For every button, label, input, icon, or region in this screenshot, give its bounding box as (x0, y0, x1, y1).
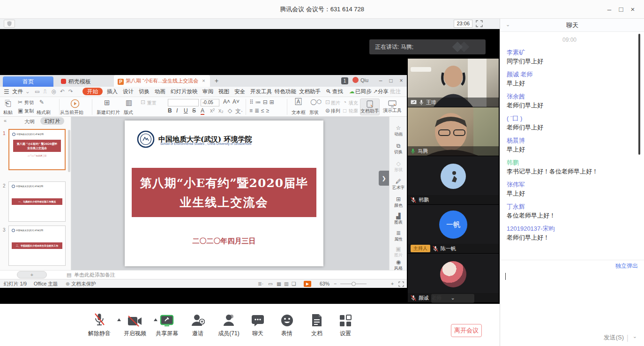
wps-tab-document[interactable]: P第八期 “小E有...业生线上交流会× (114, 75, 210, 87)
send-options-caret[interactable]: ⌄ (633, 333, 637, 339)
popout-chat-link[interactable]: 独立弹出 (615, 262, 638, 270)
panel-wordart[interactable]: 🖉艺术字 (389, 179, 407, 191)
slide-thumbnail-3[interactable]: 中国地质大学(武汉) 环境学院 二、学院副院长介绍本科生毕业相关工作 (8, 226, 66, 266)
new-slide-label[interactable]: 新建幻灯片 (97, 109, 120, 116)
preview-icon[interactable]: ◎ (52, 87, 56, 97)
minimize-button[interactable]: – (604, 0, 615, 19)
chat-message-list[interactable]: 09:00 李素矿同学们早上好 颜诚 老师早上好 张余茜老师们早上好 ( ¨囗 … (500, 32, 639, 261)
wps-tab-home[interactable]: 首页 (3, 76, 53, 87)
tab-close-icon[interactable]: × (202, 78, 205, 83)
sender-name[interactable]: 丁永辉 (507, 202, 632, 211)
panel-animation[interactable]: ☆动画 (389, 125, 407, 137)
slide-thumbnail-1[interactable]: 中国地质大学(武汉) 环境学院 第八期 “小E有约” 暨2020届毕 业生线上交… (8, 129, 66, 170)
new-slide-icon[interactable]: ⊞ (104, 98, 110, 107)
video-tile-chenyifan[interactable]: 一帆 主持人 陈一帆 (408, 205, 499, 253)
reactions-button[interactable]: 表情 (272, 311, 302, 338)
video-tile-mateng[interactable]: 马腾 (408, 107, 499, 156)
new-tab-button[interactable]: + (215, 77, 218, 84)
textbox-icon[interactable]: 🄰 (295, 98, 301, 105)
sender-name[interactable]: 颜诚 老师 (507, 70, 632, 79)
current-slide[interactable]: 中国地质大学(武汉) 环境学院 School of Environmental … (125, 120, 323, 266)
play-from-current-label[interactable]: 从当前开始 (60, 109, 83, 116)
panel-properties[interactable]: ≣属性 (389, 230, 407, 242)
chat-scrollbar[interactable] (638, 34, 640, 155)
copy-icon[interactable]: ▣ (18, 107, 23, 114)
start-video-button[interactable]: 开启视频 (120, 311, 150, 338)
strike-button[interactable]: S (192, 107, 196, 114)
fit-screen-icon[interactable] (398, 281, 404, 287)
hamburger-icon[interactable]: ☰ (4, 87, 9, 97)
unmute-button[interactable]: 解除静音 (84, 311, 114, 338)
sidebar-collapse-icon[interactable]: « (4, 118, 7, 123)
protect-label[interactable]: 文档未保护 (71, 279, 96, 288)
sender-name[interactable]: 杨晨博 (507, 136, 632, 145)
menu-tab-animation[interactable]: 动画 (155, 87, 165, 97)
superscript-icon[interactable]: x² (210, 107, 215, 114)
list-bullets-icon[interactable]: ⠿≔⊟⊞ (249, 99, 276, 105)
paste-icon[interactable]: ⎗ (5, 99, 11, 108)
slides-tab[interactable]: 幻灯片 (40, 117, 64, 125)
shape-label[interactable]: 形状 (309, 109, 319, 116)
sender-name[interactable]: 李素矿 (507, 48, 632, 57)
paste-label[interactable]: 粘贴 (3, 109, 13, 116)
wps-tab-docer[interactable]: 稻壳模板 (56, 76, 112, 87)
theme-label[interactable]: Office 主题 (34, 279, 58, 288)
arrange-label[interactable]: 排列 (331, 108, 340, 114)
grow-font-icon[interactable]: A˄ (223, 98, 230, 105)
menu-tab-transition[interactable]: 切换 (139, 87, 150, 97)
view-notes-icon[interactable]: ❏ (292, 279, 296, 288)
layout-label[interactable]: 版式 (124, 109, 133, 116)
shield-icon[interactable] (4, 20, 15, 28)
arrange-icon[interactable]: ⊜ (325, 107, 330, 114)
cut-label[interactable]: 剪切 (24, 99, 34, 106)
cut-icon[interactable]: ✂ (18, 99, 22, 105)
panel-expander-icon[interactable]: ❯ (379, 171, 389, 186)
sender-name[interactable]: ( ¨囗 ) (507, 114, 632, 123)
outline-tab[interactable]: 大纲 (24, 118, 35, 125)
chat-input-area[interactable] (500, 270, 644, 332)
shrink-font-icon[interactable]: A˅ (232, 98, 240, 105)
zoom-out-icon[interactable]: − (334, 279, 337, 288)
layout-icon[interactable]: ▥ (126, 98, 132, 107)
zoom-in-icon[interactable]: + (391, 279, 394, 288)
menu-tab-review[interactable]: 审阅 (202, 87, 213, 97)
font-color-button[interactable]: A (201, 107, 204, 115)
chat-collapse-icon[interactable]: ⌄ (506, 22, 510, 28)
maximize-button[interactable]: □ (615, 0, 627, 19)
format-painter-icon[interactable]: ✎ (39, 99, 44, 105)
chat-button[interactable]: 聊天 (243, 311, 273, 338)
format-painter-label[interactable]: 格式刷 (37, 109, 51, 116)
menu-tab-start[interactable]: 开始 (82, 88, 103, 95)
sender-name[interactable]: 韩鹏 (507, 158, 632, 167)
align-icons[interactable]: ≡≣≤≥ (249, 107, 271, 114)
menu-tab-docassist[interactable]: 文档助手 (299, 87, 321, 97)
leave-meeting-button[interactable]: 离开会议 (451, 324, 482, 337)
zoom-slider-knob[interactable] (352, 282, 356, 286)
view-slide-icon[interactable]: ▭ (268, 279, 273, 288)
menu-tab-slideshow[interactable]: 幻灯片放映 (171, 87, 198, 97)
video-tile-wangzhang[interactable]: 王璋 (408, 59, 499, 107)
shape-icon[interactable]: ◯⬡ (310, 98, 322, 105)
subscript-icon[interactable]: x₂ (218, 107, 224, 114)
more-font-icon[interactable]: 文· (235, 107, 243, 115)
fullscreen-icon[interactable] (476, 20, 483, 27)
highlight-icon[interactable]: ◇ (228, 107, 232, 114)
menu-tab-features[interactable]: 特色功能 (275, 87, 296, 97)
sender-name[interactable]: 1201920137-宋昀 (507, 224, 632, 233)
search-icon[interactable]: 🔍︎ (326, 87, 331, 97)
view-columns-icon[interactable]: ▥ (284, 279, 289, 288)
invite-button[interactable]: 邀请 (183, 311, 213, 338)
slide-thumbnail-2[interactable]: 中国地质大学(武汉) 环境学院 一、马腾校长介绍学校近期工作情况 (8, 181, 66, 222)
close-button[interactable]: × (627, 0, 638, 19)
zoom-percent[interactable]: 63% (320, 279, 329, 288)
synced-label[interactable]: 已同步 (355, 87, 372, 97)
send-button[interactable]: 发送(S) (604, 333, 624, 342)
bold-button[interactable]: B (168, 107, 172, 114)
menu-tab-view[interactable]: 视图 (218, 87, 229, 97)
settings-button[interactable]: 设置 (330, 311, 360, 338)
save-icon[interactable]: ▭ (35, 87, 40, 97)
sidebar-scrollbar[interactable] (68, 130, 70, 172)
share-screen-button[interactable]: 共享屏幕 (152, 311, 182, 338)
copy-label[interactable]: 复制 (24, 108, 34, 114)
play-from-current-icon[interactable] (70, 99, 80, 108)
